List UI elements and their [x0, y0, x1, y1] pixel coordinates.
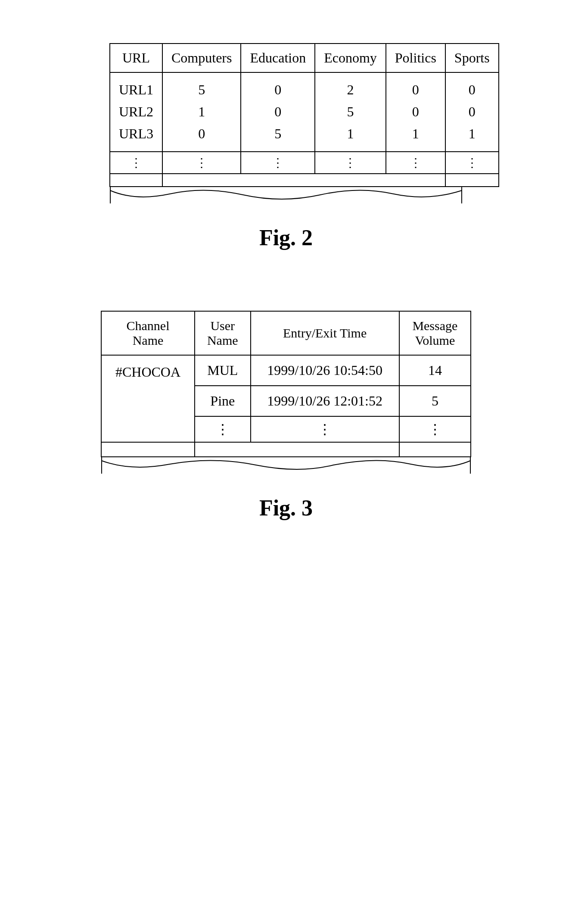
fig2-col-url: URL	[110, 44, 162, 72]
fig2-politics-cell: 001	[386, 72, 445, 152]
fig2-section: URL Computers Education Economy Politics…	[34, 43, 538, 259]
fig3-user-mul: MUL	[195, 355, 251, 386]
fig2-wavy-bottom	[109, 186, 463, 203]
fig2-education-cell: 005	[241, 72, 315, 152]
fig3-dots-volume: ⋮	[399, 416, 471, 442]
fig3-col-user: UserName	[195, 311, 251, 355]
fig3-row-1: #CHOCOA MUL 1999/10/26 10:54:50 14	[101, 355, 471, 386]
fig2-col-sports: Sports	[445, 44, 499, 72]
fig2-dots-education: ⋮	[241, 152, 315, 174]
fig3-volume-2: 5	[399, 386, 471, 416]
fig2-table: URL Computers Education Economy Politics…	[109, 43, 499, 187]
fig3-section: ChannelName UserName Entry/Exit Time Mes…	[34, 311, 538, 529]
fig2-col-economy: Economy	[315, 44, 386, 72]
fig2-dots-sports: ⋮	[445, 152, 499, 174]
fig3-wavy-bottom	[101, 456, 471, 474]
fig2-header-row: URL Computers Education Economy Politics…	[110, 44, 499, 72]
fig3-spacer-row	[101, 442, 471, 457]
fig2-sports-cell: 001	[445, 72, 499, 152]
fig3-channel-cell: #CHOCOA	[101, 355, 195, 442]
fig2-spacer-row	[110, 174, 499, 187]
fig2-data-row: URL1URL2URL3 510 005 251 001	[110, 72, 499, 152]
fig2-dots-politics: ⋮	[386, 152, 445, 174]
fig3-user-pine: Pine	[195, 386, 251, 416]
fig2-dots-url: ⋮	[110, 152, 162, 174]
fig3-table: ChannelName UserName Entry/Exit Time Mes…	[101, 311, 471, 457]
fig3-time-2: 1999/10/26 12:01:52	[251, 386, 399, 416]
fig3-time-1: 1999/10/26 10:54:50	[251, 355, 399, 386]
fig2-computers-cell: 510	[162, 72, 241, 152]
fig3-volume-1: 14	[399, 355, 471, 386]
fig2-dots-computers: ⋮	[162, 152, 241, 174]
fig2-table-wrapper: URL Computers Education Economy Politics…	[109, 43, 463, 203]
fig2-dots-row: ⋮ ⋮ ⋮ ⋮ ⋮ ⋮	[110, 152, 499, 174]
fig2-economy-cell: 251	[315, 72, 386, 152]
fig3-dots-user: ⋮	[195, 416, 251, 442]
fig3-col-volume: MessageVolume	[399, 311, 471, 355]
fig3-col-time: Entry/Exit Time	[251, 311, 399, 355]
fig2-col-politics: Politics	[386, 44, 445, 72]
fig2-dots-economy: ⋮	[315, 152, 386, 174]
fig3-dots-time: ⋮	[251, 416, 399, 442]
fig3-label: Fig. 3	[259, 495, 313, 521]
fig2-col-education: Education	[241, 44, 315, 72]
fig2-label: Fig. 2	[259, 225, 313, 250]
fig2-col-computers: Computers	[162, 44, 241, 72]
fig3-col-channel: ChannelName	[101, 311, 195, 355]
fig3-table-wrapper: ChannelName UserName Entry/Exit Time Mes…	[101, 311, 471, 474]
fig2-url-cell: URL1URL2URL3	[110, 72, 162, 152]
fig3-header-row: ChannelName UserName Entry/Exit Time Mes…	[101, 311, 471, 355]
